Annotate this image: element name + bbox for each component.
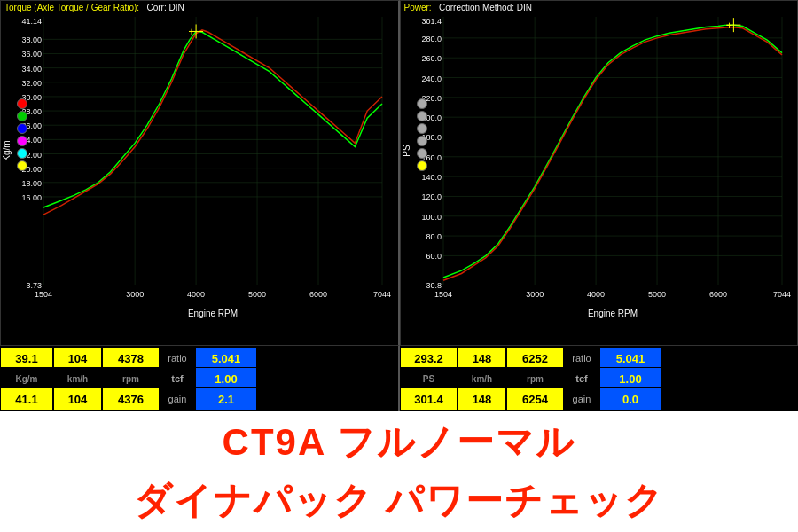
left-label1-bot: gain xyxy=(160,387,195,411)
left-val3-bot: 4376 xyxy=(102,387,160,411)
right-chart-panel: Power: Correction Method: DIN xyxy=(400,0,799,346)
right-legend-2 xyxy=(417,111,427,121)
data-row-unit: Kg/m km/h rpm tcf 1.00 PS km/h rpm tcf 1… xyxy=(0,371,798,387)
left-data-bottom: 41.1 104 4376 gain 2.1 xyxy=(0,387,400,411)
legend-magenta xyxy=(17,136,27,146)
right-legend-3 xyxy=(417,123,427,134)
data-row-bottom: 41.1 104 4376 gain 2.1 301.4 148 6254 ga… xyxy=(0,387,798,411)
right-legend-6 xyxy=(417,160,427,171)
right-legend-5 xyxy=(417,148,427,159)
left-val1-bot: 41.1 xyxy=(0,387,53,411)
right-chart-canvas xyxy=(401,1,791,320)
right-chart-title: Power: Correction Method: DIN xyxy=(404,3,533,12)
left-val4-bot: 2.1 xyxy=(195,387,257,411)
right-label1-bot: gain xyxy=(564,387,599,411)
left-chart-title-text: Torque (Axle Torque / Gear Ratio): xyxy=(4,3,139,12)
right-chart-title-text: Power: xyxy=(404,3,432,12)
right-val3-bot: 6254 xyxy=(506,387,564,411)
right-chart-corr: Correction Method: DIN xyxy=(439,3,532,12)
legend-yellow xyxy=(17,160,27,171)
left-chart-panel: Torque (Axle Torque / Gear Ratio): Corr:… xyxy=(0,0,400,346)
left-val2-bot: 104 xyxy=(53,387,102,411)
legend-red xyxy=(17,98,27,109)
left-chart-canvas xyxy=(1,1,391,320)
legend-green xyxy=(17,111,27,121)
left-unit-row: Kg/m km/h rpm tcf 1.00 xyxy=(0,371,400,387)
legend-cyan xyxy=(17,148,27,159)
left-chart-corr: Corr: DIN xyxy=(146,3,184,12)
right-legend-area xyxy=(417,98,427,171)
left-legend-area xyxy=(17,98,27,171)
legend-blue xyxy=(17,123,27,134)
right-data-bottom: 301.4 148 6254 gain 0.0 xyxy=(400,387,798,411)
bottom-text-area: CT9A フルノーマル ダイナパック パワーチェック xyxy=(0,411,798,532)
right-unit-row: PS km/h rpm tcf 1.00 xyxy=(400,371,798,387)
right-val2-bot: 148 xyxy=(458,387,506,411)
main-container: Torque (Axle Torque / Gear Ratio): Corr:… xyxy=(0,0,798,532)
right-val1-bot: 301.4 xyxy=(400,387,458,411)
title-line2: ダイナパック パワーチェック xyxy=(134,476,664,526)
right-legend-4 xyxy=(417,136,427,146)
right-val4-bot: 0.0 xyxy=(599,387,661,411)
right-legend-1 xyxy=(417,98,427,109)
left-chart-title: Torque (Axle Torque / Gear Ratio): Corr:… xyxy=(4,3,184,12)
title-line1: CT9A フルノーマル xyxy=(223,418,576,467)
charts-row: Torque (Axle Torque / Gear Ratio): Corr:… xyxy=(0,0,798,346)
